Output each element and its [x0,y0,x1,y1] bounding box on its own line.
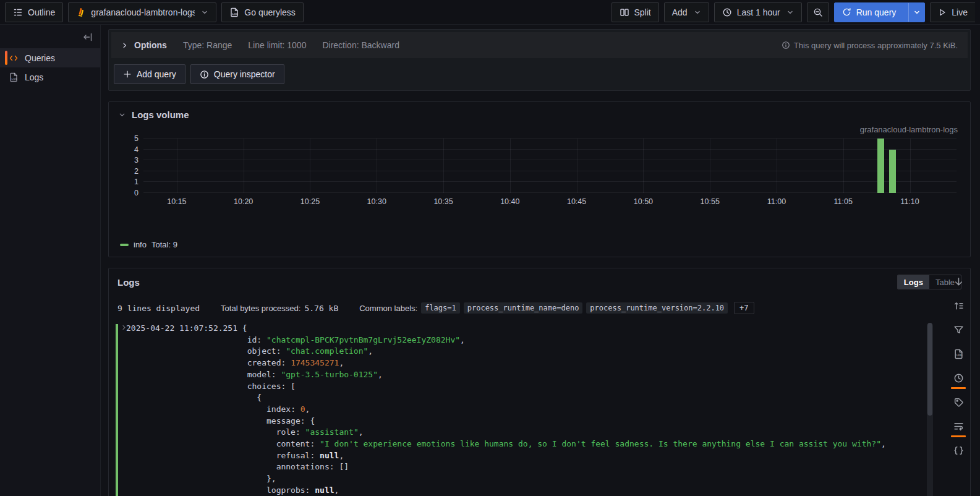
y-axis-tick: 0 [134,189,138,197]
outline-icon [13,7,23,17]
log-scrollbar-thumb[interactable] [927,323,932,416]
split-label: Split [634,7,651,17]
refresh-icon [842,7,851,17]
query-editor-panel: Options Type: Range Line limit: 1000 Dir… [108,29,971,91]
split-columns-icon [620,7,629,17]
x-axis-tick: 11:10 [900,197,919,206]
legend-series-name[interactable]: info [134,240,147,249]
log-json-line: { [126,392,961,404]
add-query-label: Add query [137,69,176,79]
expand-log-row-icon[interactable] [121,325,127,330]
log-json-line: logprobs: null, [126,485,961,496]
log-json-line: id: "chatcmpl-BPCK7pvtnBm7gLrvj52eeIyZ08… [126,335,961,346]
go-queryless-button[interactable]: LOG Go queryless [221,2,303,22]
gridline [710,139,710,193]
query-size-notice-text: This query will process approximately 7.… [794,41,958,50]
run-query-dropdown[interactable] [908,3,924,22]
run-query-button[interactable]: Run query [834,2,926,22]
time-range-label: Last 1 hour [737,7,780,17]
gridline [244,139,244,193]
x-axis-tick: 11:00 [767,197,786,206]
options-title: Options [134,40,167,50]
x-axis-tick: 10:45 [567,197,586,206]
sidebar-item-label: Logs [25,72,43,82]
explore-sidebar: Queries LOG Logs [0,25,101,496]
gridline [143,192,957,193]
log-json-line: 2025-04-22 11:07:52.251 { [126,323,961,335]
chart-legend: info Total: 9 [120,240,964,249]
deduplicate-logs-icon[interactable]: LOG [950,344,966,363]
common-label-chip: process_runtime_version=2.2.10 [586,302,728,314]
logs-header: Logs LogsTable [109,273,970,294]
gridline [777,139,777,193]
gridline [577,139,577,193]
sidebar-item-queries[interactable]: Queries [0,48,100,67]
unique-labels-icon[interactable] [950,393,966,411]
time-zoom-out-button[interactable] [807,2,829,22]
logs-volume-header[interactable]: Logs volume [115,107,964,121]
common-labels-label: Common labels: [359,304,417,313]
log-json-line: annotations: [] [126,461,961,473]
svg-text:LOG: LOG [12,77,17,80]
sidebar-item-logs[interactable]: LOG Logs [0,67,100,87]
gridline [143,149,957,150]
gridline [443,139,444,193]
datasource-picker[interactable]: grafanacloud-lambtron-logs [68,2,216,22]
gridline [910,139,911,193]
gridline [843,139,844,193]
gridline [143,171,957,171]
query-inspector-button[interactable]: Query inspector [190,64,284,84]
lines-displayed: 9 lines displayed [117,304,200,313]
code-brackets-icon [9,53,19,63]
query-actions: Add query Query inspector [111,58,968,85]
split-button[interactable]: Split [611,2,659,22]
logs-volume-title: Logs volume [132,109,189,120]
time-range-picker[interactable]: Last 1 hour [714,2,802,22]
log-json-line: model: "gpt-3.5-turbo-0125", [126,369,961,381]
go-queryless-label: Go queryless [244,7,295,17]
outline-button[interactable]: Outline [5,2,63,22]
options-expand-button[interactable]: Options [121,40,167,50]
y-axis-tick: 3 [134,156,138,165]
log-json-line: refusal: null, [126,450,961,462]
gridline [377,139,377,193]
datasource-name: grafanacloud-lambtron-logs [91,7,195,17]
live-button[interactable]: Live [930,2,975,22]
more-labels-button[interactable]: +7 [734,302,754,314]
logs-panel: Logs LogsTable 9 lines displayed Total b… [108,268,971,496]
log-rows-container[interactable]: 2025-04-22 11:07:52.251 { id: "chatcmpl-… [113,323,961,496]
add-button[interactable]: Add [664,2,709,22]
query-options-bar[interactable]: Options Type: Range Line limit: 1000 Dir… [111,32,968,58]
prettify-json-icon[interactable] [950,441,966,460]
sort-order-icon[interactable] [950,296,966,315]
x-axis-tick: 10:15 [167,197,186,206]
collapse-sidebar-button[interactable] [83,32,93,42]
log-json-line: message: { [126,416,961,427]
visualisation-toggle-logs[interactable]: Logs [898,275,929,289]
chart-plot-area: 01234510:1510:2010:2510:3010:3510:4010:4… [143,139,957,193]
filter-icon[interactable] [950,320,966,339]
log-line-text: 2025-04-22 11:07:52.251 { id: "chatcmpl-… [126,323,961,496]
log-json-line: choices: [ [126,381,961,393]
x-axis-tick: 10:50 [634,197,653,206]
gridline [643,139,644,193]
svg-text:LOG: LOG [956,354,962,357]
add-label: Add [672,7,688,17]
wrap-lines-icon[interactable] [950,417,966,435]
plus-icon [123,70,132,79]
chevron-down-icon [119,111,126,118]
live-label: Live [952,7,968,17]
log-controls-toolbar: LOG [950,272,966,460]
scroll-to-bottom-icon[interactable] [950,272,966,291]
log-scrollbar[interactable] [927,323,933,496]
info-circle-icon [200,70,209,79]
y-axis-tick: 2 [134,167,138,176]
log-row[interactable]: 2025-04-22 11:07:52.251 { id: "chatcmpl-… [113,323,961,496]
show-time-icon[interactable] [950,369,966,387]
legend-total: Total: 9 [151,240,177,249]
bytes-processed-value: 5.76 kB [304,304,338,313]
toolbar-right: Split Add Last 1 hour [611,2,976,22]
add-query-button[interactable]: Add query [114,64,185,84]
log-file-icon: LOG [229,7,239,17]
log-json-line: index: 0, [126,404,961,416]
